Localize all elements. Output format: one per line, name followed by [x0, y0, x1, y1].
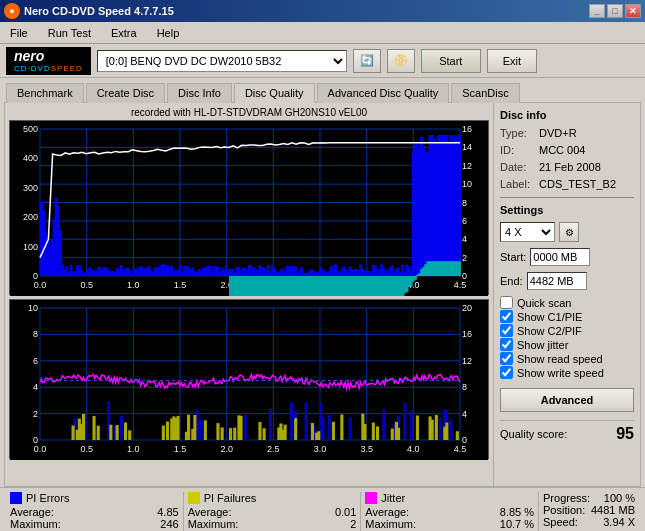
pi-errors-legend: [10, 492, 22, 504]
checkbox-label-1: Show C1/PIE: [517, 311, 582, 323]
tab-disc-info[interactable]: Disc Info: [167, 83, 232, 103]
speed-settings-row: 4 X Max 8 X ⚙: [500, 222, 634, 242]
app-icon: ●: [4, 3, 20, 19]
disc-date-label: Date:: [500, 161, 535, 173]
checkbox-label-2: Show C2/PIF: [517, 325, 582, 337]
stats-pi-errors: PI Errors Average:4.85 Maximum:246 Total…: [6, 492, 184, 531]
stats-progress: Progress:100 % Position:4481 MB Speed:3.…: [539, 492, 639, 531]
checkbox-row-3: Show jitter: [500, 338, 634, 351]
speed-select[interactable]: 4 X Max 8 X: [500, 222, 555, 242]
disc-label-value: CDS_TEST_B2: [539, 178, 616, 190]
quality-score-value: 95: [616, 425, 634, 443]
pi-failures-legend: [188, 492, 200, 504]
menu-run-test[interactable]: Run Test: [42, 25, 97, 41]
disc-id-row: ID: MCC 004: [500, 144, 634, 156]
checkbox-3[interactable]: [500, 338, 513, 351]
start-mb-row: Start:: [500, 248, 634, 266]
disc-id-label: ID:: [500, 144, 535, 156]
checkbox-label-0: Quick scan: [517, 297, 571, 309]
minimize-button[interactable]: _: [589, 4, 605, 18]
disc-info-title: Disc info: [500, 109, 634, 121]
disc-label-row: Label: CDS_TEST_B2: [500, 178, 634, 190]
disc-date-row: Date: 21 Feb 2008: [500, 161, 634, 173]
jitter-title: Jitter: [381, 492, 405, 504]
checkbox-row-4: Show read speed: [500, 352, 634, 365]
tab-create-disc[interactable]: Create Disc: [86, 83, 165, 103]
stats-pi-failures: PI Failures Average:0.01 Maximum:2 Total…: [184, 492, 362, 531]
chart-top: [9, 120, 489, 295]
exit-button[interactable]: Exit: [487, 49, 537, 73]
end-mb-label: End:: [500, 275, 523, 287]
menu-file[interactable]: File: [4, 25, 34, 41]
tab-bar: Benchmark Create Disc Disc Info Disc Qua…: [0, 78, 645, 102]
right-panel: Disc info Type: DVD+R ID: MCC 004 Date: …: [493, 103, 640, 486]
pi-errors-title: PI Errors: [26, 492, 69, 504]
checkbox-0[interactable]: [500, 296, 513, 309]
close-button[interactable]: ✕: [625, 4, 641, 18]
checkbox-row-1: Show C1/PIE: [500, 310, 634, 323]
app-logo: nero CD·DVDSPEED: [6, 47, 91, 75]
chart-bottom: [9, 299, 489, 459]
stats-jitter: Jitter Average:8.85 % Maximum:10.7 % PO …: [361, 492, 539, 531]
checkbox-4[interactable]: [500, 352, 513, 365]
quality-score-row: Quality score: 95: [500, 420, 634, 443]
end-mb-row: End:: [500, 272, 634, 290]
checkbox-row-2: Show C2/PIF: [500, 324, 634, 337]
checkbox-row-0: Quick scan: [500, 296, 634, 309]
end-mb-input[interactable]: [527, 272, 587, 290]
checkbox-row-5: Show write speed: [500, 366, 634, 379]
quality-score-label: Quality score:: [500, 428, 567, 440]
eject-button[interactable]: 📀: [387, 49, 415, 73]
start-mb-input[interactable]: [530, 248, 590, 266]
checkbox-label-5: Show write speed: [517, 367, 604, 379]
logo-sub: CD·DVDSPEED: [14, 64, 83, 73]
checkbox-5[interactable]: [500, 366, 513, 379]
disc-date-value: 21 Feb 2008: [539, 161, 601, 173]
checkbox-label-3: Show jitter: [517, 339, 568, 351]
disc-label-label: Label:: [500, 178, 535, 190]
window-controls: _ □ ✕: [589, 4, 641, 18]
stats-area: PI Errors Average:4.85 Maximum:246 Total…: [0, 487, 645, 531]
menu-extra[interactable]: Extra: [105, 25, 143, 41]
tab-disc-quality[interactable]: Disc Quality: [234, 83, 315, 103]
disc-type-row: Type: DVD+R: [500, 127, 634, 139]
settings-icon-btn[interactable]: ⚙: [559, 222, 579, 242]
disc-type-label: Type:: [500, 127, 535, 139]
checkbox-1[interactable]: [500, 310, 513, 323]
refresh-button[interactable]: 🔄: [353, 49, 381, 73]
tab-scan-disc[interactable]: ScanDisc: [451, 83, 519, 103]
title-bar: ● Nero CD-DVD Speed 4.7.7.15 _ □ ✕: [0, 0, 645, 22]
settings-title: Settings: [500, 204, 634, 216]
tab-benchmark[interactable]: Benchmark: [6, 83, 84, 103]
maximize-button[interactable]: □: [607, 4, 623, 18]
menu-bar: File Run Test Extra Help: [0, 22, 645, 44]
disc-type-value: DVD+R: [539, 127, 577, 139]
checkboxes-container: Quick scanShow C1/PIEShow C2/PIFShow jit…: [500, 296, 634, 380]
chart-area: recorded with HL-DT-STDVDRAM GH20NS10 vE…: [5, 103, 493, 486]
chart-title: recorded with HL-DT-STDVDRAM GH20NS10 vE…: [9, 107, 489, 118]
start-mb-label: Start:: [500, 251, 526, 263]
logo-text: nero: [14, 48, 44, 64]
menu-help[interactable]: Help: [151, 25, 186, 41]
checkbox-label-4: Show read speed: [517, 353, 603, 365]
start-button[interactable]: Start: [421, 49, 481, 73]
checkbox-2[interactable]: [500, 324, 513, 337]
main-content: recorded with HL-DT-STDVDRAM GH20NS10 vE…: [4, 102, 641, 487]
pi-failures-title: PI Failures: [204, 492, 257, 504]
tab-advanced-disc-quality[interactable]: Advanced Disc Quality: [317, 83, 450, 103]
disc-id-value: MCC 004: [539, 144, 585, 156]
title-text: Nero CD-DVD Speed 4.7.7.15: [24, 5, 174, 17]
jitter-legend: [365, 492, 377, 504]
drive-select[interactable]: [0:0] BENQ DVD DC DW2010 5B32: [97, 50, 347, 72]
advanced-button[interactable]: Advanced: [500, 388, 634, 412]
toolbar: nero CD·DVDSPEED [0:0] BENQ DVD DC DW201…: [0, 44, 645, 78]
